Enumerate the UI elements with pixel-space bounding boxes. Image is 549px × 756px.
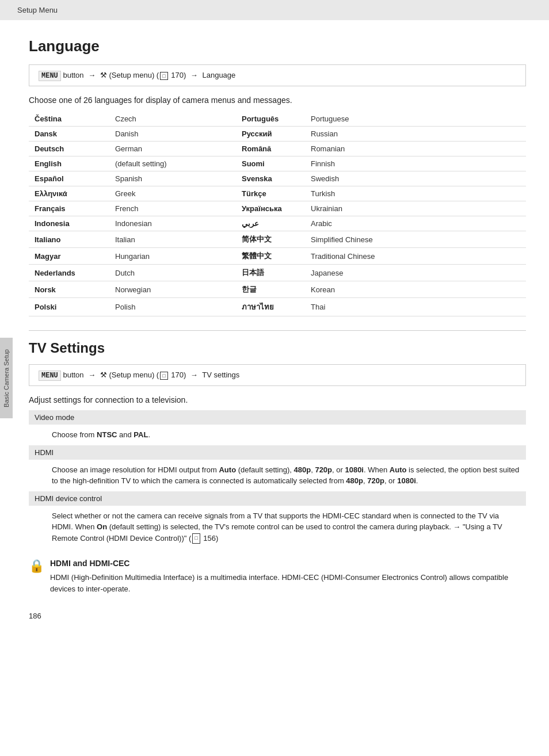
language-table-row: Nederlands Dutch 日本語 Japanese [29,265,526,281]
lang-english-left: Danish [109,127,224,142]
lang-native-left: Magyar [29,248,109,265]
lang-native-left: Français [29,201,109,216]
lang-english-left: Greek [109,186,224,201]
wrench-icon: ⚒ [100,71,109,79]
book-ref-icon: □ [192,533,200,544]
lang-english-left: (default setting) [109,156,224,171]
lang-english-left: Spanish [109,171,224,186]
lang-english-right: Arabic [305,216,526,231]
section-divider [29,330,526,331]
tv-setup-text: (Setup menu) ( [109,371,159,379]
lang-native-left: Español [29,171,109,186]
720p-label2: 720p [367,476,384,485]
480p-label2: 480p [346,476,363,485]
lang-native-left: Indonesia [29,216,109,231]
lang-english-right: Turkish [305,186,526,201]
lang-english-left: Italian [109,231,224,248]
480p-label: 480p [294,465,311,474]
page-header: Setup Menu [0,0,549,20]
lang-native-right: Українська [224,201,305,216]
lang-native-right: Русский [224,127,305,142]
language-table-row: Magyar Hungarian 繁體中文 Traditional Chines… [29,248,526,265]
note-icon: 🔒 [29,559,44,574]
lang-native-right: 日本語 [224,265,305,281]
lang-english-left: Norwegian [109,281,224,298]
auto-label2: Auto [390,465,407,474]
tv-menu-keyword: MENU [39,371,61,381]
language-table-row: Polski Polish ภาษาไทย Thai [29,298,526,316]
tv-arrow1: → [88,371,96,379]
language-menu-path: MENU button → ⚒ (Setup menu) (□ 170) → L… [29,64,526,86]
ntsc-label: NTSC [97,430,117,439]
lang-native-left: Čeština [29,112,109,127]
lang-english-right: Simplified Chinese [305,231,526,248]
on-label: On [97,522,107,531]
language-intro: Choose one of 26 languages for display o… [29,96,526,105]
button-text: button [63,71,86,79]
tv-arrow2: → [190,371,198,379]
language-table-row: Ελληνικά Greek Türkçe Turkish [29,186,526,201]
hdmi-device-control-header: HDMI device control [29,491,526,506]
auto-label: Auto [219,465,236,474]
lang-native-right: Română [224,142,305,156]
lang-english-left: Czech [109,112,224,127]
language-table-row: Deutsch German Română Romanian [29,142,526,156]
hdmi-body: Choose an image resolution for HDMI outp… [29,460,526,491]
lang-english-right: Ukrainian [305,201,526,216]
lang-english-left: Polish [109,298,224,316]
language-table: Čeština Czech Português Portuguese Dansk… [29,112,526,316]
language-table-row: Italiano Italian 简体中文 Simplified Chinese [29,231,526,248]
note-content: HDMI and HDMI-CEC HDMI (High-Definition … [50,558,526,594]
lang-native-right: 繁體中文 [224,248,305,265]
lang-english-right: Swedish [305,171,526,186]
language-table-row: Español Spanish Svenska Swedish [29,171,526,186]
lang-english-left: Indonesian [109,216,224,231]
lang-native-left: Norsk [29,281,109,298]
tv-book-icon: □ [160,372,167,380]
tv-page-ref: 170) [169,371,188,379]
lang-native-left: Italiano [29,231,109,248]
menu-keyword: MENU [39,71,61,81]
language-section-title: Language [29,37,526,55]
video-mode-header: Video mode [29,410,526,425]
page-ref-lang: 170) [169,71,188,79]
tv-section-title: TV Settings [29,340,526,356]
lang-english-right: Thai [305,298,526,316]
video-mode-subsection: Video mode Choose from NTSC and PAL. [29,410,526,445]
lang-english-right: Romanian [305,142,526,156]
hdmi-header: HDMI [29,445,526,460]
720p-label: 720p [315,465,332,474]
video-mode-body: Choose from NTSC and PAL. [29,425,526,445]
header-label: Setup Menu [17,6,58,14]
page-number: 186 [0,612,549,626]
hdmi-device-control-subsection: HDMI device control Select whether or no… [29,491,526,549]
arrow1: → [88,71,96,79]
lang-native-right: Türkçe [224,186,305,201]
pal-label: PAL [134,430,148,439]
1080i-label: 1080i [345,465,364,474]
tv-intro: Adjust settings for connection to a tele… [29,395,526,404]
lang-english-left: German [109,142,224,156]
tv-wrench-icon: ⚒ [100,371,109,379]
lang-native-left: Deutsch [29,142,109,156]
lang-native-right: Português [224,112,305,127]
language-table-row: Indonesia Indonesian عربي Arabic [29,216,526,231]
hdmi-device-control-body: Select whether or not the camera can rec… [29,506,526,549]
sidebar-label: Basic Camera Setup [3,349,10,407]
note-box: 🔒 HDMI and HDMI-CEC HDMI (High-Definitio… [29,558,526,594]
language-table-row: Dansk Danish Русский Russian [29,127,526,142]
language-table-row: English (default setting) Suomi Finnish [29,156,526,171]
lang-english-right: Russian [305,127,526,142]
lang-native-left: English [29,156,109,171]
book-icon: □ [160,72,167,80]
lang-native-left: Polski [29,298,109,316]
sidebar-tab: Basic Camera Setup [0,338,13,418]
setup-text: (Setup menu) ( [109,71,159,79]
lang-native-left: Nederlands [29,265,109,281]
lang-destination: Language [202,71,235,79]
lang-english-right: Portuguese [305,112,526,127]
lang-native-left: Dansk [29,127,109,142]
lang-native-right: 简体中文 [224,231,305,248]
lang-native-right: ภาษาไทย [224,298,305,316]
lang-native-left: Ελληνικά [29,186,109,201]
